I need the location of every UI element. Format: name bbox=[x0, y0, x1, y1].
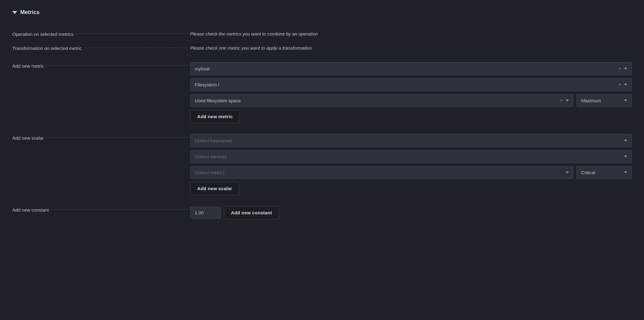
scalar-consolidation-chevron-icon[interactable] bbox=[624, 171, 627, 173]
add-constant-label-col: Add new constant bbox=[12, 206, 190, 213]
scalar-service-dropdown[interactable]: (Select service) bbox=[190, 150, 632, 163]
hostname-dropdown-row: myhost × bbox=[190, 62, 632, 75]
scalar-metric-placeholder: (Select metric) bbox=[195, 170, 224, 175]
transformation-label-col: Transformation on selected metric bbox=[12, 44, 190, 51]
add-metric-content: myhost × Filesystem / bbox=[190, 62, 632, 123]
metric-consolidation-row: Used filesystem space × Maximum bbox=[190, 94, 632, 107]
add-constant-button[interactable]: Add new constant bbox=[224, 206, 279, 219]
add-metric-row: Add new metric myhost × bbox=[12, 57, 632, 129]
scalar-hostname-dropdown[interactable]: (Select hostname) bbox=[190, 134, 632, 147]
add-metric-dotted bbox=[46, 65, 190, 66]
transformation-info-line2: Please check one metric you want to appl… bbox=[190, 44, 632, 52]
scalar-consolidation-dropdown[interactable]: Critical bbox=[577, 166, 632, 179]
add-scalar-content: (Select hostname) (Select service) bbox=[190, 134, 632, 195]
scalar-service-chevron-icon[interactable] bbox=[624, 156, 627, 157]
collapse-icon[interactable] bbox=[12, 11, 17, 14]
hostname-dropdown[interactable]: myhost × bbox=[190, 62, 632, 75]
section-title: Metrics bbox=[20, 9, 40, 16]
add-constant-content: Add new constant bbox=[190, 206, 632, 219]
scalar-service-row: (Select service) bbox=[190, 150, 632, 163]
add-metric-label: Add new metric bbox=[12, 63, 44, 69]
operation-info-line1: Please check the metrics you want to com… bbox=[190, 30, 632, 38]
add-constant-row: Add new constant Add new constant bbox=[12, 201, 632, 225]
add-constant-label: Add new constant bbox=[12, 207, 49, 213]
scalar-metric-dropdown[interactable]: (Select metric) bbox=[190, 166, 573, 179]
hostname-chevron-icon[interactable] bbox=[624, 68, 627, 70]
consolidation-chevron-icon[interactable] bbox=[624, 100, 627, 101]
consolidation-value: Maximum bbox=[581, 98, 601, 103]
filesystem-dropdown[interactable]: Filesystem / × bbox=[190, 78, 632, 91]
transformation-dotted bbox=[83, 47, 190, 48]
add-scalar-label: Add new scalar bbox=[12, 135, 44, 141]
filesystem-value: Filesystem / bbox=[195, 82, 219, 87]
transformation-row: Transformation on selected metric Please… bbox=[12, 43, 632, 57]
add-constant-dotted bbox=[51, 209, 190, 209]
scalar-consolidation-value: Critical bbox=[581, 170, 595, 175]
scalar-metric-consolidation-row: (Select metric) Critical bbox=[190, 166, 632, 179]
operation-content: Please check the metrics you want to com… bbox=[190, 30, 632, 38]
section-header: Metrics bbox=[12, 9, 632, 16]
scalar-hostname-placeholder: (Select hostname) bbox=[195, 138, 232, 143]
scalar-service-placeholder: (Select service) bbox=[195, 154, 226, 159]
consolidation-dropdown[interactable]: Maximum bbox=[577, 94, 632, 107]
scalar-hostname-row: (Select hostname) bbox=[190, 134, 632, 147]
filesystem-dropdown-row: Filesystem / × bbox=[190, 78, 632, 91]
operation-dotted bbox=[75, 33, 190, 34]
metric-clear-icon[interactable]: × bbox=[560, 98, 563, 103]
filesystem-clear-icon[interactable]: × bbox=[619, 82, 621, 87]
scalar-metric-chevron-icon[interactable] bbox=[566, 171, 569, 173]
form-rows: Operation on selected metrics Please che… bbox=[12, 25, 632, 225]
metric-value: Used filesystem space bbox=[195, 98, 241, 103]
add-scalar-dotted bbox=[46, 137, 190, 137]
operation-label: Operation on selected metrics bbox=[12, 32, 73, 37]
add-scalar-button[interactable]: Add new scalar bbox=[190, 182, 239, 195]
add-scalar-label-col: Add new scalar bbox=[12, 134, 190, 141]
constant-value-input[interactable] bbox=[190, 207, 221, 219]
filesystem-chevron-icon[interactable] bbox=[624, 84, 627, 85]
add-scalar-row: Add new scalar (Select hostname) bbox=[12, 129, 632, 201]
hostname-clear-icon[interactable]: × bbox=[619, 66, 621, 71]
operation-row: Operation on selected metrics Please che… bbox=[12, 25, 632, 43]
metric-dropdown[interactable]: Used filesystem space × bbox=[190, 94, 573, 107]
transformation-label: Transformation on selected metric bbox=[12, 46, 82, 51]
operation-label-col: Operation on selected metrics bbox=[12, 30, 190, 37]
add-metric-label-col: Add new metric bbox=[12, 62, 190, 69]
scalar-hostname-chevron-icon[interactable] bbox=[624, 140, 627, 141]
constant-input-row: Add new constant bbox=[190, 206, 632, 219]
transformation-content: Please check one metric you want to appl… bbox=[190, 44, 632, 52]
add-metric-button[interactable]: Add new metric bbox=[190, 110, 240, 123]
metric-chevron-icon[interactable] bbox=[566, 100, 569, 101]
hostname-value: myhost bbox=[195, 66, 209, 71]
metrics-section: Metrics Operation on selected metrics Pl… bbox=[12, 9, 632, 225]
